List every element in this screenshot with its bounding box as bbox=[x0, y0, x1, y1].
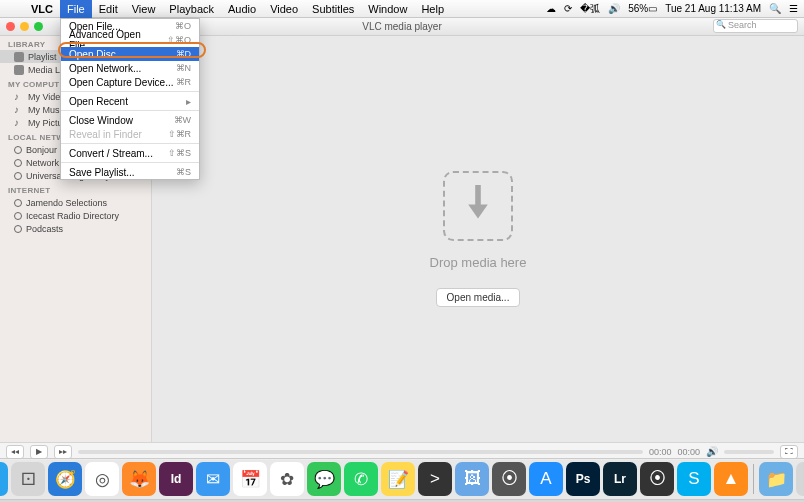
download-icon bbox=[461, 185, 495, 227]
menu-convert-stream[interactable]: Convert / Stream...⇧⌘S bbox=[61, 146, 199, 160]
status-battery[interactable]: 56% ▭ bbox=[628, 3, 657, 14]
open-media-button[interactable]: Open media... bbox=[436, 288, 521, 307]
menubar-item-help[interactable]: Help bbox=[414, 0, 451, 18]
play-button[interactable]: ▶ bbox=[30, 445, 48, 459]
menu-open-disc[interactable]: Open Disc...⌘D bbox=[61, 47, 199, 61]
dock-app-chrome[interactable]: ◎ bbox=[85, 462, 119, 496]
dock-app-preview[interactable]: 🖼 bbox=[455, 462, 489, 496]
sidebar-group-internet: INTERNET bbox=[0, 182, 151, 196]
progress-track[interactable] bbox=[78, 450, 643, 454]
dock-app-launchpad[interactable]: ⚀ bbox=[11, 462, 45, 496]
main-content: Drop media here Open media... bbox=[152, 36, 804, 442]
drop-text: Drop media here bbox=[430, 255, 527, 270]
menubar-item-subtitles[interactable]: Subtitles bbox=[305, 0, 361, 18]
menubar-item-view[interactable]: View bbox=[125, 0, 163, 18]
menubar-status: ☁︎ ⟳ �弧 🔊 56% ▭ Tue 21 Aug 11:13 AM 🔍 ☰ bbox=[546, 2, 798, 16]
volume-icon[interactable]: 🔊 bbox=[706, 446, 718, 457]
dock-app-firefox[interactable]: 🦊 bbox=[122, 462, 156, 496]
volume-slider[interactable] bbox=[724, 450, 774, 454]
zoom-button[interactable] bbox=[34, 22, 43, 31]
menubar-item-edit[interactable]: Edit bbox=[92, 0, 125, 18]
menubar-item-playback[interactable]: Playback bbox=[162, 0, 221, 18]
dock-trash[interactable]: 🗑 bbox=[796, 462, 804, 496]
menu-open-network[interactable]: Open Network...⌘N bbox=[61, 61, 199, 75]
dock-separator bbox=[753, 464, 754, 494]
status-menu-icon[interactable]: ☰ bbox=[789, 3, 798, 14]
menu-close-window[interactable]: Close Window⌘W bbox=[61, 113, 199, 127]
dock-app-indesign[interactable]: Id bbox=[159, 462, 193, 496]
dock-app-mail[interactable]: ✉ bbox=[196, 462, 230, 496]
minimize-button[interactable] bbox=[20, 22, 29, 31]
time-elapsed: 00:00 bbox=[649, 447, 672, 457]
dock-app-finder[interactable]: ☺ bbox=[0, 462, 8, 496]
status-cloud-icon[interactable]: ☁︎ bbox=[546, 3, 556, 14]
dock-app-vlc[interactable]: ▲ bbox=[714, 462, 748, 496]
menu-open-recent[interactable]: Open Recent▸ bbox=[61, 94, 199, 108]
status-volume-icon[interactable]: 🔊 bbox=[608, 3, 620, 14]
dock: ☺⚀🧭◎🦊Id✉📅✿💬✆📝>🖼⦿APsLr⦿S▲📁🗑 bbox=[0, 458, 804, 500]
menubar-item-window[interactable]: Window bbox=[361, 0, 414, 18]
status-spotlight-icon[interactable]: 🔍 bbox=[769, 3, 781, 14]
dock-app-messages[interactable]: 💬 bbox=[307, 462, 341, 496]
search-input[interactable]: Search bbox=[713, 19, 798, 33]
dropzone[interactable] bbox=[443, 171, 513, 241]
next-button[interactable]: ▸▸ bbox=[54, 445, 72, 459]
dock-app-photoshop[interactable]: Ps bbox=[566, 462, 600, 496]
sidebar-item-podcasts[interactable]: Podcasts bbox=[0, 222, 151, 235]
file-menu-dropdown: Open File...⌘O Advanced Open File...⇧⌘O … bbox=[60, 18, 200, 180]
dock-app-terminal[interactable]: > bbox=[418, 462, 452, 496]
dock-app-capture[interactable]: ⦿ bbox=[640, 462, 674, 496]
dock-folder[interactable]: 📁 bbox=[759, 462, 793, 496]
time-total: 00:00 bbox=[677, 447, 700, 457]
menubar-item-file[interactable]: File bbox=[60, 0, 92, 18]
menu-reveal-in-finder: Reveal in Finder⇧⌘R bbox=[61, 127, 199, 141]
prev-button[interactable]: ◂◂ bbox=[6, 445, 24, 459]
dock-app-appstore[interactable]: A bbox=[529, 462, 563, 496]
fullscreen-button[interactable]: ⛶ bbox=[780, 445, 798, 459]
close-button[interactable] bbox=[6, 22, 15, 31]
dock-app-safari[interactable]: 🧭 bbox=[48, 462, 82, 496]
macos-menubar: VLC File Edit View Playback Audio Video … bbox=[0, 0, 804, 18]
dock-app-photos[interactable]: ✿ bbox=[270, 462, 304, 496]
status-datetime[interactable]: Tue 21 Aug 11:13 AM bbox=[665, 3, 761, 14]
status-cloud-sync-icon[interactable]: ⟳ bbox=[564, 3, 572, 14]
dock-app-notes[interactable]: 📝 bbox=[381, 462, 415, 496]
menubar-app-name[interactable]: VLC bbox=[24, 0, 60, 18]
menu-advanced-open-file[interactable]: Advanced Open File...⇧⌘O bbox=[61, 33, 199, 47]
status-wifi-icon[interactable]: �弧 bbox=[580, 2, 600, 16]
dock-app-skype[interactable]: S bbox=[677, 462, 711, 496]
sidebar-item-icecast[interactable]: Icecast Radio Directory bbox=[0, 209, 151, 222]
menubar-item-video[interactable]: Video bbox=[263, 0, 305, 18]
dock-app-lightroom[interactable]: Lr bbox=[603, 462, 637, 496]
menubar-item-audio[interactable]: Audio bbox=[221, 0, 263, 18]
sidebar-item-jamendo[interactable]: Jamendo Selections bbox=[0, 196, 151, 209]
dock-app-activity[interactable]: ⦿ bbox=[492, 462, 526, 496]
dock-app-whatsapp[interactable]: ✆ bbox=[344, 462, 378, 496]
dock-app-calendar[interactable]: 📅 bbox=[233, 462, 267, 496]
menu-open-capture-device[interactable]: Open Capture Device...⌘R bbox=[61, 75, 199, 89]
menu-save-playlist[interactable]: Save Playlist...⌘S bbox=[61, 165, 199, 179]
